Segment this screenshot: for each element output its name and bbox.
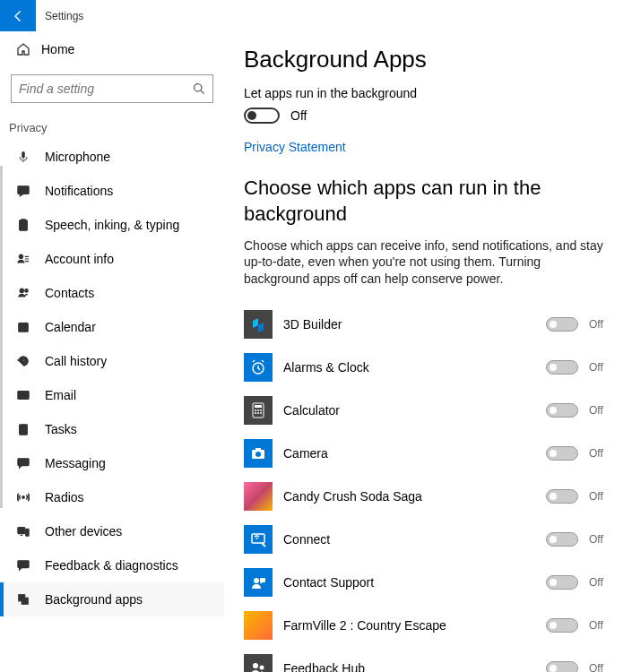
sidebar: Home Privacy Microphone Notifications Sp… <box>0 31 224 672</box>
sidebar-item-label: Call history <box>45 354 107 368</box>
sidebar-item-feedback[interactable]: Feedback & diagnostics <box>0 548 224 582</box>
svg-point-20 <box>257 409 259 411</box>
svg-point-19 <box>255 409 256 411</box>
sidebar-item-otherdevices[interactable]: Other devices <box>0 514 224 548</box>
account-icon <box>14 253 32 265</box>
calculator-icon <box>244 396 273 425</box>
section-description: Choose which apps can receive info, send… <box>244 237 607 287</box>
svg-point-10 <box>22 496 25 499</box>
sidebar-list: Microphone Notifications Speech, inking,… <box>0 140 224 672</box>
svg-rect-6 <box>19 323 29 332</box>
svg-rect-9 <box>18 459 29 466</box>
app-toggle-feedbackhub[interactable] <box>546 661 578 672</box>
app-name: Calculator <box>283 403 546 418</box>
app-toggle-camera[interactable] <box>546 446 578 461</box>
app-name: Connect <box>283 532 546 547</box>
radios-icon <box>14 491 32 504</box>
page-title: Background Apps <box>244 46 607 73</box>
app-toggle-farmville[interactable] <box>546 618 578 633</box>
app-row-candycrush: Candy Crush Soda Saga Off <box>244 475 607 518</box>
search-icon <box>193 82 205 95</box>
svg-rect-8 <box>20 425 28 435</box>
3d-builder-icon <box>244 310 273 339</box>
sidebar-item-speech[interactable]: Speech, inking, & typing <box>0 208 224 242</box>
history-icon <box>14 355 32 367</box>
tasks-icon <box>14 423 32 435</box>
app-row-3dbuilder: 3D Builder Off <box>244 303 607 346</box>
notifications-icon <box>14 185 32 197</box>
window-title: Settings <box>36 10 83 22</box>
sidebar-item-email[interactable]: Email <box>0 378 224 412</box>
svg-point-29 <box>254 578 259 583</box>
home-icon <box>14 42 32 56</box>
toggle-knob <box>247 111 256 120</box>
sidebar-item-label: Notifications <box>45 184 113 198</box>
app-toggle-state: Off <box>589 447 607 460</box>
sidebar-item-messaging[interactable]: Messaging <box>0 446 224 480</box>
contacts-icon <box>14 287 32 299</box>
scrollbar-thumb[interactable] <box>0 166 3 508</box>
app-name: Camera <box>283 446 546 461</box>
app-toggle-connect[interactable] <box>546 532 578 547</box>
privacy-statement-link[interactable]: Privacy Statement <box>244 140 346 154</box>
feedback-hub-icon <box>244 654 273 672</box>
master-toggle-state: Off <box>290 108 307 123</box>
app-toggle-state: Off <box>589 318 607 331</box>
sidebar-item-tasks[interactable]: Tasks <box>0 412 224 446</box>
app-toggle-contactsupport[interactable] <box>546 575 578 590</box>
app-row-camera: Camera Off <box>244 432 607 475</box>
app-row-feedbackhub: Feedback Hub Off <box>244 647 607 672</box>
calendar-icon <box>14 321 32 333</box>
app-toggle-calculator[interactable] <box>546 403 578 418</box>
sidebar-item-label: Tasks <box>45 422 77 436</box>
app-toggle-state: Off <box>589 619 607 632</box>
background-apps-icon <box>14 593 32 606</box>
sidebar-item-label: Other devices <box>45 524 122 538</box>
master-toggle[interactable] <box>244 108 280 124</box>
app-toggle-candycrush[interactable] <box>546 489 578 504</box>
sidebar-item-label: Email <box>45 388 76 402</box>
sidebar-item-contacts[interactable]: Contacts <box>0 276 224 310</box>
svg-point-32 <box>260 665 264 669</box>
app-toggle-state: Off <box>589 361 607 374</box>
svg-rect-27 <box>255 448 261 451</box>
svg-rect-2 <box>21 220 25 222</box>
svg-point-22 <box>255 412 256 414</box>
home-nav[interactable]: Home <box>0 31 224 67</box>
sidebar-item-calendar[interactable]: Calendar <box>0 310 224 344</box>
sidebar-item-label: Radios <box>45 490 84 504</box>
sidebar-item-account[interactable]: Account info <box>0 242 224 276</box>
svg-point-24 <box>260 412 262 414</box>
sidebar-item-radios[interactable]: Radios <box>0 480 224 514</box>
search-box[interactable] <box>11 74 213 103</box>
app-name: Contact Support <box>283 575 546 590</box>
candy-crush-icon <box>244 482 273 511</box>
svg-rect-18 <box>255 405 262 408</box>
sidebar-item-label: Background apps <box>45 592 143 607</box>
app-name: Feedback Hub <box>283 661 546 672</box>
devices-icon <box>14 525 32 538</box>
search-input[interactable] <box>19 82 193 96</box>
sidebar-item-label: Microphone <box>45 150 110 164</box>
sidebar-item-microphone[interactable]: Microphone <box>0 140 224 174</box>
sidebar-item-backgroundapps[interactable]: Background apps <box>0 582 224 616</box>
sidebar-item-callhistory[interactable]: Call history <box>0 344 224 378</box>
scrollbar[interactable] <box>0 166 4 650</box>
app-toggle-alarms[interactable] <box>546 360 578 375</box>
feedback-icon <box>14 559 32 572</box>
sidebar-category: Privacy <box>0 110 224 140</box>
app-name: Alarms & Clock <box>283 360 546 375</box>
app-toggle-state: Off <box>589 404 607 417</box>
alarms-icon <box>244 353 273 382</box>
svg-rect-15 <box>22 598 28 604</box>
sidebar-item-label: Feedback & diagnostics <box>45 558 178 573</box>
messaging-icon <box>14 457 32 470</box>
app-name: FarmVille 2 : Country Escape <box>283 618 546 633</box>
app-toggle-state: Off <box>589 533 607 546</box>
back-button[interactable] <box>0 0 36 31</box>
app-name: 3D Builder <box>283 317 546 332</box>
app-toggle-3dbuilder[interactable] <box>546 317 578 332</box>
sidebar-item-notifications[interactable]: Notifications <box>0 174 224 208</box>
app-row-contactsupport: Contact Support Off <box>244 561 607 604</box>
svg-point-4 <box>20 289 23 292</box>
